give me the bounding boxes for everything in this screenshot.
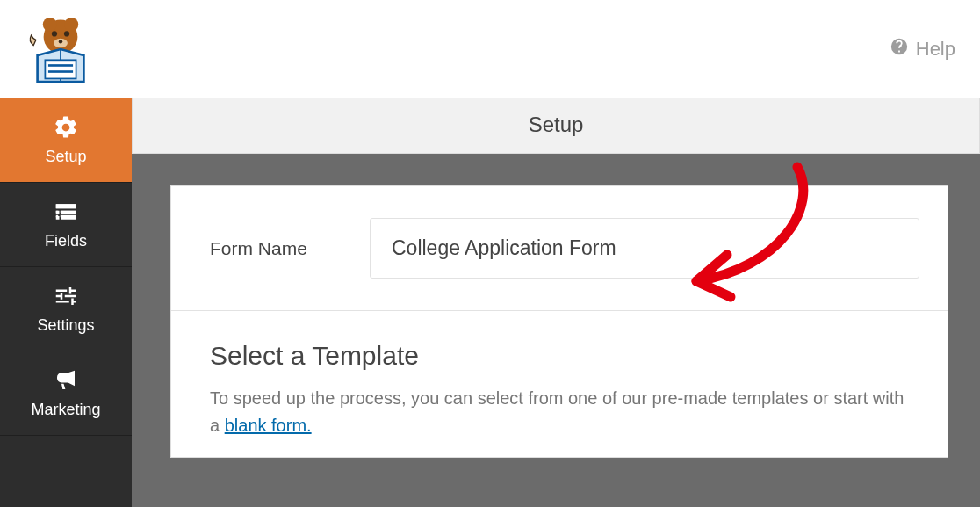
template-section: Select a Template To speed up the proces… <box>171 311 948 457</box>
content-area: Setup Form Name Select a Template To spe… <box>132 98 980 507</box>
svg-point-2 <box>64 17 78 31</box>
sidebar-item-setup[interactable]: Setup <box>0 98 132 183</box>
sidebar-item-fields[interactable]: Fields <box>0 183 132 267</box>
form-name-input-wrap <box>370 218 948 279</box>
svg-point-6 <box>59 40 62 43</box>
content-body: Form Name Select a Template To speed up … <box>132 154 980 507</box>
form-name-row: Form Name <box>171 186 948 311</box>
svg-point-3 <box>52 31 57 36</box>
form-name-label: Form Name <box>171 238 370 259</box>
sidebar-item-label: Fields <box>45 232 87 250</box>
svg-rect-13 <box>56 216 60 220</box>
sliders-icon <box>53 283 79 309</box>
help-icon <box>890 37 909 62</box>
sidebar-item-label: Setup <box>45 148 86 166</box>
form-name-input[interactable] <box>370 218 919 279</box>
bullhorn-icon <box>53 367 79 394</box>
svg-point-4 <box>64 31 69 36</box>
sidebar-item-marketing[interactable]: Marketing <box>0 351 132 436</box>
template-title: Select a Template <box>210 341 909 371</box>
sidebar: Setup Fields Settings Marketing <box>0 98 132 507</box>
help-button[interactable]: Help <box>890 37 955 62</box>
svg-rect-7 <box>45 60 76 78</box>
svg-rect-11 <box>56 211 60 214</box>
help-label: Help <box>916 38 955 61</box>
template-description: To speed up the process, you can select … <box>210 385 909 439</box>
svg-rect-12 <box>61 211 76 214</box>
svg-rect-14 <box>61 216 76 220</box>
sidebar-item-label: Settings <box>37 316 94 335</box>
sidebar-item-settings[interactable]: Settings <box>0 267 132 351</box>
main: Setup Fields Settings Marketing Setup <box>0 98 980 507</box>
app-logo <box>21 10 100 89</box>
svg-point-1 <box>43 17 57 31</box>
template-desc-text: To speed up the process, you can select … <box>210 388 904 435</box>
list-icon <box>53 199 79 225</box>
content-header: Setup <box>132 98 980 154</box>
setup-panel: Form Name Select a Template To speed up … <box>170 185 948 458</box>
sidebar-item-label: Marketing <box>31 401 100 419</box>
svg-rect-10 <box>56 204 76 208</box>
topbar: Help <box>0 0 980 98</box>
blank-form-link[interactable]: blank form. <box>225 416 312 435</box>
gear-icon <box>53 114 79 141</box>
